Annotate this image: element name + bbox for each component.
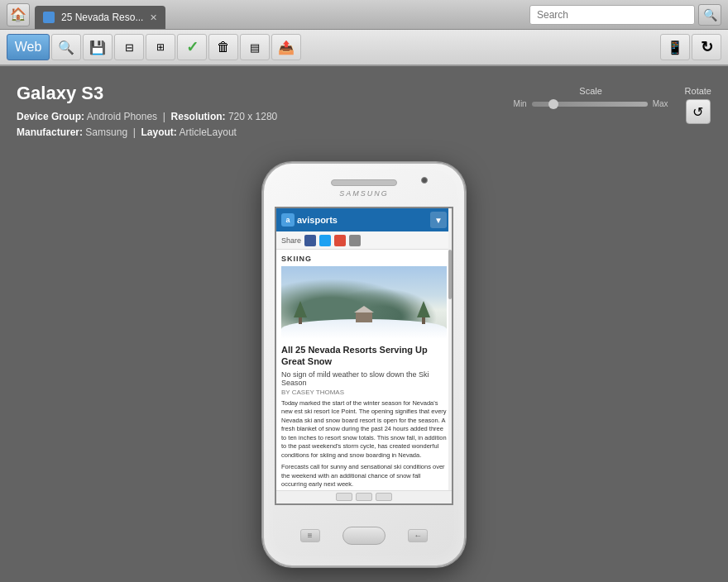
manufacturer-label: Manufacturer: bbox=[17, 126, 83, 138]
article-paragraph-2: Forecasts call for sunny and sensational… bbox=[281, 463, 447, 489]
phone-device: SAMSUNG a avisports ▼ Share bbox=[262, 162, 466, 567]
home-button[interactable]: 🏠 bbox=[7, 3, 30, 26]
device-info: Galaxy S3 Device Group: Android Phones |… bbox=[17, 83, 277, 141]
snow-scene bbox=[281, 266, 447, 339]
snow-tree-left bbox=[294, 301, 307, 324]
screen-scrollbar[interactable] bbox=[448, 208, 452, 503]
main-content: Galaxy S3 Device Group: Android Phones |… bbox=[0, 66, 728, 582]
trash-icon: 🗑 bbox=[217, 40, 230, 55]
resolution-value: 720 x 1280 bbox=[228, 111, 277, 122]
snow-tree-right bbox=[417, 301, 430, 324]
tab-favicon bbox=[43, 12, 55, 23]
toolbar: Web 🔍 💾 ⊟ ⊞ ✓ 🗑 ▤ 📤 📱 ↻ bbox=[0, 30, 728, 66]
phone-view-button[interactable]: 📱 bbox=[660, 34, 690, 60]
article-subtitle: No sign of mild weather to slow down the… bbox=[281, 370, 447, 387]
pages-button[interactable]: ⊟ bbox=[114, 34, 144, 60]
share-icon: 📤 bbox=[278, 40, 295, 55]
phone-back-button[interactable]: ← bbox=[408, 529, 428, 542]
screen-nav-back[interactable] bbox=[376, 493, 392, 501]
twitter-share-icon[interactable] bbox=[319, 235, 331, 246]
save-button[interactable]: 💾 bbox=[83, 34, 113, 60]
article-image bbox=[281, 266, 447, 339]
refresh-icon: ↻ bbox=[701, 38, 713, 56]
tab-close-button[interactable]: ✕ bbox=[150, 12, 157, 23]
title-bar: 🏠 25 Nevada Reso... ✕ 🔍 bbox=[0, 0, 728, 30]
trash-button[interactable]: 🗑 bbox=[208, 34, 238, 60]
group-value: Android Phones bbox=[87, 111, 157, 122]
web-button[interactable]: Web bbox=[7, 34, 50, 60]
tab-title: 25 Nevada Reso... bbox=[61, 12, 143, 23]
rotate-label: Rotate bbox=[685, 86, 711, 96]
search-toolbar-icon: 🔍 bbox=[58, 40, 74, 55]
search-icon: 🔍 bbox=[703, 8, 717, 21]
phone-home-button[interactable] bbox=[342, 527, 386, 545]
grid-button[interactable]: ⊞ bbox=[146, 34, 175, 60]
search-area: 🔍 bbox=[529, 4, 721, 26]
phone-container: SAMSUNG a avisports ▼ Share bbox=[17, 162, 711, 567]
scale-max: Max bbox=[653, 99, 668, 108]
layout-value: ArticleLayout bbox=[180, 126, 237, 138]
screen-bottom-bar bbox=[276, 490, 452, 503]
search-toolbar-button[interactable]: 🔍 bbox=[51, 34, 81, 60]
scale-min: Min bbox=[514, 99, 527, 108]
check-icon: ✓ bbox=[186, 38, 199, 56]
article-paragraph-1: Today marked the start of the winter sea… bbox=[281, 399, 447, 460]
googleplus-share-icon[interactable] bbox=[334, 235, 346, 246]
phone-menu-button[interactable]: ≡ bbox=[300, 529, 320, 542]
grid-icon: ⊞ bbox=[156, 41, 165, 53]
rotate-button[interactable]: ↺ bbox=[686, 99, 711, 124]
save-icon: 💾 bbox=[89, 40, 106, 55]
browser-dropdown-button[interactable]: ▼ bbox=[430, 212, 447, 228]
search-input[interactable] bbox=[529, 5, 695, 25]
screen-scrollbar-thumb bbox=[448, 250, 452, 299]
speaker-grill bbox=[331, 179, 397, 186]
scale-control: Scale Min Max bbox=[514, 86, 668, 108]
scale-slider-row: Min Max bbox=[514, 99, 668, 108]
refresh-button[interactable]: ↻ bbox=[692, 34, 721, 60]
group-label: Device Group: bbox=[17, 111, 84, 122]
screen-content: a avisports ▼ Share bbox=[276, 208, 452, 503]
resolution-label: Resolution: bbox=[171, 111, 226, 122]
phone-top: SAMSUNG bbox=[264, 164, 464, 207]
tab-area: 25 Nevada Reso... ✕ bbox=[35, 0, 529, 29]
scale-label: Scale bbox=[579, 86, 602, 96]
section-tag: SKIING bbox=[281, 255, 447, 263]
device-details: Device Group: Android Phones | Resolutio… bbox=[17, 109, 277, 141]
browser-logo-icon: a bbox=[281, 213, 295, 227]
screen-area[interactable]: a avisports ▼ Share bbox=[275, 207, 453, 505]
rotate-icon: ↺ bbox=[692, 104, 703, 120]
facebook-share-icon[interactable] bbox=[304, 235, 316, 246]
rotate-control: Rotate ↺ bbox=[685, 86, 711, 124]
browser-logo-text: avisports bbox=[297, 215, 338, 225]
phone-icon: 📱 bbox=[667, 40, 683, 55]
house bbox=[356, 312, 372, 322]
share-bar: Share bbox=[276, 231, 452, 250]
active-tab[interactable]: 25 Nevada Reso... ✕ bbox=[35, 6, 165, 29]
web-label: Web bbox=[15, 40, 42, 55]
manufacturer-value: Samsung bbox=[85, 126, 127, 138]
device-name: Galaxy S3 bbox=[17, 83, 277, 104]
article-byline: BY CASEY THOMAS bbox=[281, 389, 447, 396]
article-body: Today marked the start of the winter sea… bbox=[281, 399, 447, 489]
home-icon: 🏠 bbox=[10, 7, 26, 22]
share-button[interactable]: 📤 bbox=[271, 34, 301, 60]
article-title: All 25 Nevada Resorts Serving Up Great S… bbox=[281, 344, 447, 368]
share-text: Share bbox=[281, 236, 301, 245]
screen-nav-menu[interactable] bbox=[336, 493, 352, 501]
check-button[interactable]: ✓ bbox=[177, 34, 207, 60]
layout-button[interactable]: ▤ bbox=[240, 34, 270, 60]
layout-icon: ▤ bbox=[250, 41, 260, 54]
phone-bottom: ≡ ← bbox=[264, 505, 464, 565]
scale-thumb bbox=[548, 99, 558, 109]
layout-label: Layout: bbox=[141, 126, 177, 138]
article-content: SKIING bbox=[276, 250, 452, 494]
email-share-icon[interactable] bbox=[349, 235, 361, 246]
browser-logo: a avisports bbox=[281, 213, 338, 227]
samsung-label: SAMSUNG bbox=[339, 189, 389, 198]
scale-slider[interactable] bbox=[532, 102, 648, 107]
screen-nav-home[interactable] bbox=[356, 493, 372, 501]
browser-bar: a avisports ▼ bbox=[276, 208, 452, 231]
search-button[interactable]: 🔍 bbox=[698, 4, 721, 26]
pages-icon: ⊟ bbox=[125, 41, 134, 54]
